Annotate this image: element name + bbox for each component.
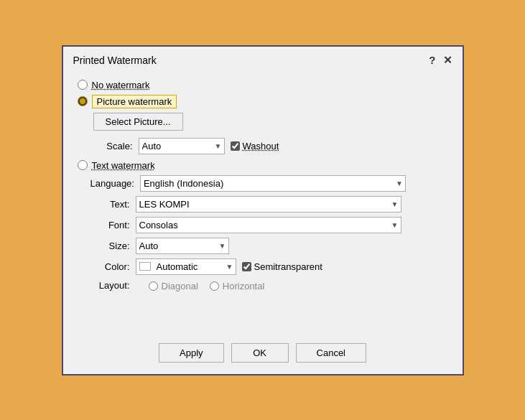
text-watermark-radio[interactable]: [78, 160, 88, 170]
font-row: Font: Consolas ▼: [90, 217, 448, 233]
scale-select[interactable]: Auto: [139, 138, 225, 154]
close-icon[interactable]: ✕: [443, 54, 452, 67]
text-select-wrapper: LES KOMPI ▼: [136, 196, 401, 213]
ok-button[interactable]: OK: [231, 343, 289, 363]
dialog-titlebar: Printed Watermark ? ✕: [63, 47, 463, 73]
language-select-wrapper: English (Indonesia) ▼: [140, 175, 406, 192]
dialog-content: No watermark Picture watermark Select Pi…: [63, 73, 463, 336]
language-label: Language:: [90, 178, 134, 189]
language-select[interactable]: English (Indonesia): [140, 175, 406, 192]
layout-label: Layout:: [90, 280, 130, 291]
size-label: Size:: [90, 241, 130, 251]
no-watermark-radio[interactable]: [78, 80, 88, 90]
text-watermark-label[interactable]: Text watermark: [92, 160, 155, 171]
size-select-wrapper: Auto ▼: [136, 238, 229, 254]
dialog-buttons: Apply OK Cancel: [63, 336, 463, 374]
help-icon[interactable]: ?: [429, 54, 435, 66]
washout-checkbox[interactable]: [231, 141, 240, 151]
scale-select-wrapper: Auto ▼: [139, 138, 225, 154]
dialog-title: Printed Watermark: [73, 55, 157, 66]
color-select[interactable]: Automatic: [136, 258, 236, 275]
text-row: Text: LES KOMPI ▼: [90, 196, 448, 213]
size-row: Size: Auto ▼: [90, 238, 448, 254]
picture-watermark-label[interactable]: Picture watermark: [92, 95, 177, 108]
picture-watermark-row: Picture watermark: [78, 95, 448, 108]
size-select[interactable]: Auto: [136, 238, 229, 254]
font-select[interactable]: Consolas: [136, 217, 401, 233]
semitransparent-checkbox[interactable]: [242, 262, 251, 271]
semitransparent-row: Semitransparent: [242, 261, 322, 272]
scale-label: Scale:: [93, 141, 133, 151]
horizontal-label[interactable]: Horizontal: [223, 281, 265, 291]
diagonal-option: Diagonal: [149, 281, 198, 291]
text-field-label: Text:: [90, 199, 130, 210]
color-select-wrapper: Automatic ▼: [136, 258, 236, 275]
color-label: Color:: [90, 261, 130, 272]
no-watermark-row: No watermark: [78, 80, 448, 90]
color-section: Automatic ▼ Semitransparent: [136, 258, 322, 275]
washout-label[interactable]: Washout: [243, 141, 279, 151]
semitransparent-label[interactable]: Semitransparent: [254, 261, 322, 272]
font-label: Font:: [90, 220, 130, 230]
text-watermark-section: Language: English (Indonesia) ▼ Text: LE…: [78, 175, 448, 291]
diagonal-label[interactable]: Diagonal: [162, 281, 198, 291]
no-watermark-label[interactable]: No watermark: [92, 80, 150, 90]
text-select[interactable]: LES KOMPI: [136, 196, 401, 213]
picture-watermark-radio[interactable]: [78, 96, 88, 106]
horizontal-radio[interactable]: [210, 281, 219, 291]
picture-section: Select Picture... Scale: Auto ▼ Washout: [80, 113, 448, 154]
diagonal-radio[interactable]: [149, 281, 158, 291]
apply-button[interactable]: Apply: [159, 343, 224, 363]
select-picture-button[interactable]: Select Picture...: [93, 113, 183, 131]
text-watermark-row: Text watermark: [78, 160, 448, 171]
titlebar-icons: ? ✕: [429, 54, 452, 67]
cancel-button[interactable]: Cancel: [296, 343, 366, 363]
horizontal-option: Horizontal: [210, 281, 265, 291]
language-row: Language: English (Indonesia) ▼: [90, 175, 448, 192]
font-select-wrapper: Consolas ▼: [136, 217, 401, 233]
color-row: Color: Automatic ▼ Semitransparent: [90, 258, 448, 275]
layout-options: Diagonal Horizontal: [149, 281, 265, 291]
washout-checkbox-row: Washout: [231, 141, 279, 151]
printed-watermark-dialog: Printed Watermark ? ✕ No watermark Pictu…: [62, 45, 464, 375]
scale-row: Scale: Auto ▼ Washout: [93, 138, 448, 154]
layout-row: Layout: Diagonal Horizontal: [90, 279, 448, 291]
